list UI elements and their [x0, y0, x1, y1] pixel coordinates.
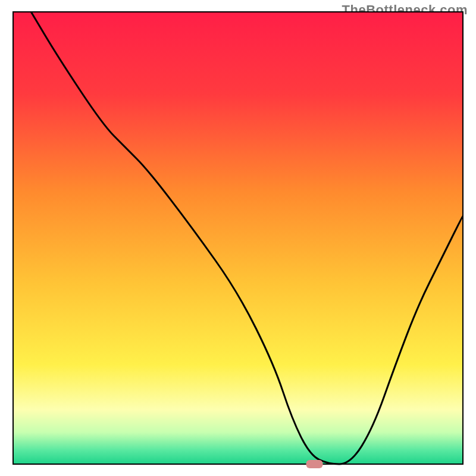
chart-container: TheBottleneck.com [0, 0, 476, 476]
bottleneck-chart [0, 0, 476, 476]
plot-background [13, 12, 463, 464]
optimal-marker [306, 460, 323, 468]
